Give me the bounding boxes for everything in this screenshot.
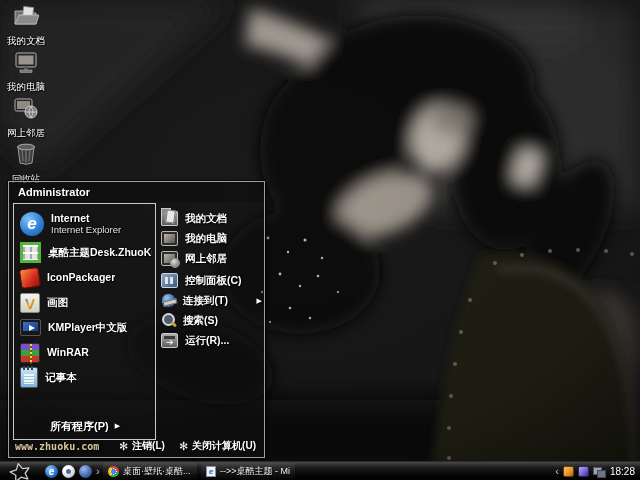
iconpackager-icon bbox=[19, 266, 42, 289]
desktop-icon-my-computer[interactable]: 我的电脑 bbox=[1, 49, 51, 94]
log-off-icon bbox=[119, 440, 128, 453]
start-menu-item-network-places[interactable]: 网上邻居 bbox=[161, 249, 264, 268]
start-menu-item-zhuoku-theme[interactable]: 桌酷主题Desk.ZhuoKu.Com bbox=[18, 240, 152, 265]
start-menu-user-name: Administrator bbox=[9, 182, 264, 202]
shut-down-button[interactable]: 关闭计算机(U) bbox=[179, 439, 256, 453]
quick-launch-app-blue-icon[interactable] bbox=[79, 465, 92, 478]
taskbar-task-zhuoku-theme[interactable]: -->>桌酷主题 - Mi... bbox=[201, 463, 295, 480]
start-menu-item-my-documents[interactable]: 我的文档 bbox=[161, 209, 264, 228]
start-menu-item-iconpackager[interactable]: IconPackager bbox=[18, 265, 152, 290]
my-computer-icon bbox=[13, 49, 39, 75]
start-menu-item-internet[interactable]: Internet Internet Explorer bbox=[18, 208, 152, 240]
winrar-icon bbox=[20, 343, 40, 363]
desktop-icon-label: 我的文档 bbox=[7, 36, 45, 46]
quick-launch-bar bbox=[45, 464, 100, 479]
star-icon bbox=[9, 462, 31, 480]
start-menu-item-kmplayer[interactable]: KMPlayer中文版 bbox=[18, 315, 152, 340]
paint-icon bbox=[20, 293, 40, 313]
start-menu-places-panel: 我的文档 我的电脑 网上邻居 控制面板(C) 连接到(T) 搜索(S) bbox=[161, 209, 264, 351]
desktop-screen: 我的文档 我的电脑 网上邻居 bbox=[0, 0, 640, 480]
my-computer-icon bbox=[161, 231, 178, 246]
start-menu-item-search[interactable]: 搜索(S) bbox=[161, 311, 264, 330]
submenu-arrow-icon bbox=[257, 297, 262, 305]
internet-explorer-icon bbox=[20, 212, 44, 236]
submenu-arrow-icon bbox=[115, 422, 120, 430]
quick-launch-browser-white-icon[interactable] bbox=[62, 465, 75, 478]
network-places-icon bbox=[161, 251, 178, 266]
all-programs-button[interactable]: 所有程序(P) bbox=[18, 416, 152, 436]
recycle-bin-icon bbox=[13, 141, 39, 167]
start-menu-item-paint[interactable]: 画图 bbox=[18, 290, 152, 315]
internet-explorer-page-icon bbox=[206, 466, 216, 477]
start-menu-item-my-computer[interactable]: 我的电脑 bbox=[161, 229, 264, 248]
shut-down-icon bbox=[179, 440, 188, 453]
zhuoku-theme-icon bbox=[20, 242, 41, 263]
start-menu-item-connect-to[interactable]: 连接到(T) bbox=[161, 291, 264, 310]
start-menu-item-winrar[interactable]: WinRAR bbox=[18, 340, 152, 365]
run-icon bbox=[161, 333, 178, 348]
chrome-icon bbox=[108, 466, 119, 477]
tray-collapse-chevron-icon[interactable] bbox=[555, 464, 559, 479]
desktop-icon-label: 我的电脑 bbox=[7, 82, 45, 92]
desktop-icon-network-places[interactable]: 网上邻居 bbox=[1, 95, 51, 140]
control-panel-icon bbox=[161, 273, 178, 288]
zhuoku-site-label: www.zhuoku.com bbox=[15, 441, 99, 452]
quick-launch-internet-explorer-icon[interactable] bbox=[45, 465, 58, 478]
start-menu-item-run[interactable]: 运行(R)... bbox=[161, 331, 264, 350]
taskbar-clock[interactable]: 18:28 bbox=[610, 466, 635, 477]
notepad-icon bbox=[20, 367, 38, 388]
quick-launch-expand-chevron-icon[interactable] bbox=[96, 464, 100, 479]
network-places-icon bbox=[13, 95, 39, 121]
start-button[interactable] bbox=[5, 462, 35, 480]
system-tray: 18:28 bbox=[555, 462, 637, 480]
log-off-button[interactable]: 注销(L) bbox=[119, 439, 165, 453]
desktop-icon-recycle-bin[interactable]: 回收站 bbox=[1, 141, 51, 186]
kmplayer-icon bbox=[20, 319, 41, 336]
start-menu-item-notepad[interactable]: 记事本 bbox=[18, 365, 152, 390]
start-menu-item-control-panel[interactable]: 控制面板(C) bbox=[161, 271, 264, 290]
desktop-icon-label: 网上邻居 bbox=[7, 128, 45, 138]
taskbar: 桌面·壁纸·桌酷... -->>桌酷主题 - Mi... 18:28 bbox=[0, 461, 640, 480]
desktop-icon-my-documents[interactable]: 我的文档 bbox=[1, 3, 51, 48]
start-menu-footer: www.zhuoku.com 注销(L) 关闭计算机(U) bbox=[15, 438, 258, 454]
start-menu: Administrator Internet Internet Explorer… bbox=[8, 181, 265, 458]
taskbar-task-zhuoku-wallpaper[interactable]: 桌面·壁纸·桌酷... bbox=[103, 463, 197, 480]
connect-to-icon bbox=[161, 293, 176, 308]
network-status-icon[interactable] bbox=[593, 466, 604, 477]
app-purple-icon[interactable] bbox=[578, 466, 589, 477]
my-documents-icon bbox=[13, 3, 39, 29]
security-alert-icon[interactable] bbox=[563, 466, 574, 477]
my-documents-icon bbox=[161, 211, 178, 226]
search-icon bbox=[161, 313, 176, 328]
start-menu-pinned-panel: Internet Internet Explorer 桌酷主题Desk.Zhuo… bbox=[13, 203, 156, 440]
